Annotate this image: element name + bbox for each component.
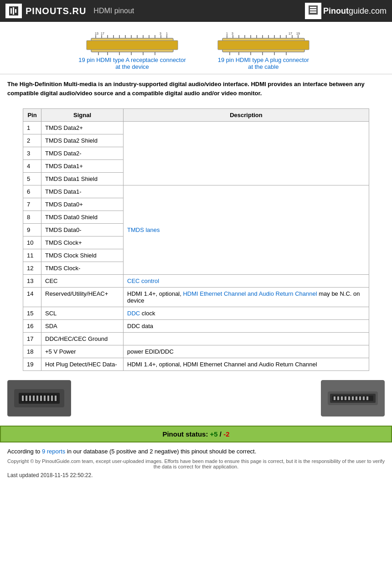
svg-rect-73	[44, 396, 46, 401]
svg-rect-87	[359, 396, 361, 400]
col-header-description: Description	[124, 109, 369, 122]
pin-table: Pin Signal Description 1 TMDS Data2+ 2 T…	[23, 108, 369, 371]
status-separator: /	[218, 430, 224, 438]
svg-text:3: 3	[232, 32, 233, 35]
pin-number: 10	[23, 237, 41, 249]
copyright-text: Copyright © by PinoutGuide.com team, exc…	[0, 457, 392, 471]
pin-signal: TMDS Clock-	[41, 262, 124, 275]
table-header-row: Pin Signal Description	[23, 109, 369, 122]
footer-note: According to 9 reports in our database (…	[0, 446, 392, 457]
header: PINOUTS.RU HDMI pinout Pinoutguide.com	[0, 0, 392, 22]
table-row: 15 SCL DDC clock	[23, 307, 369, 320]
status-bar: Pinout status: +5 / -2	[0, 426, 392, 442]
svg-text:17: 17	[101, 32, 104, 35]
pin-number: 18	[23, 345, 41, 358]
pin-number: 19	[23, 358, 41, 371]
pin-number: 1	[23, 122, 41, 134]
status-label-prefix: Pinout status:	[162, 430, 210, 438]
pin-signal: +5 V Power	[41, 345, 124, 358]
svg-text:19: 19	[296, 32, 300, 35]
pin-number: 15	[23, 307, 41, 320]
tmds-lanes-link[interactable]: TMDS lanes	[127, 226, 160, 233]
pin-number: 12	[23, 262, 41, 275]
site-logo-box[interactable]	[5, 4, 22, 18]
svg-rect-6	[310, 9, 316, 10]
svg-rect-37	[218, 41, 309, 50]
pin-signal: TMDS Data0-	[41, 224, 124, 237]
svg-rect-5	[310, 7, 316, 8]
hdmi-plug-illustration	[325, 385, 380, 412]
header-left: PINOUTS.RU HDMI pinout	[5, 4, 134, 18]
pin-signal: TMDS Data1-	[41, 185, 124, 198]
ddc-link[interactable]: DDC	[127, 310, 140, 317]
svg-rect-85	[352, 396, 354, 400]
svg-rect-71	[36, 396, 38, 401]
col-header-signal: Signal	[41, 109, 124, 122]
status-negative: -2	[223, 430, 229, 438]
pin-description: CEC control	[124, 275, 369, 288]
svg-rect-7	[310, 11, 316, 13]
pin-signal: TMDS Clock+	[41, 237, 124, 249]
last-updated-text: Last updated 2018-11-15 22:50:22.	[0, 471, 392, 479]
plug-connector-diagram: 1 3 17 19 2 4 18	[213, 29, 314, 57]
pin-signal: TMDS Clock Shield	[41, 249, 124, 262]
svg-text:1: 1	[166, 32, 168, 35]
table-row: 16 SDA DDC data	[23, 320, 369, 333]
pin-signal: SCL	[41, 307, 124, 320]
pin-signal: DDC/HEC/CEC Ground	[41, 333, 124, 345]
pin-number: 8	[23, 211, 41, 224]
table-row: 17 DDC/HEC/CEC Ground	[23, 333, 369, 345]
svg-rect-86	[356, 396, 357, 400]
plug-link[interactable]: 19 pin HDMI type A plug connectorat the …	[218, 57, 309, 70]
pinout-logo-box[interactable]	[305, 3, 321, 19]
pin-number: 3	[23, 147, 41, 160]
svg-text:17: 17	[289, 32, 292, 35]
hdmi-ethernet-channel-link[interactable]: HDMI Ethernet Channel and Audio Return C…	[183, 290, 317, 297]
pin-number: 4	[23, 160, 41, 173]
pin-signal: TMDS Data0 Shield	[41, 211, 124, 224]
table-row: 6 TMDS Data1- TMDS lanes	[23, 185, 369, 198]
pinoutguide-logo-icon	[308, 5, 319, 15]
svg-rect-69	[29, 396, 31, 401]
pin-number: 2	[23, 134, 41, 147]
pin-number: 14	[23, 288, 41, 307]
svg-rect-72	[40, 396, 42, 401]
table-row: 13 CEC CEC control	[23, 275, 369, 288]
hdmi-photo-left	[7, 380, 71, 416]
pin-table-container: Pin Signal Description 1 TMDS Data2+ 2 T…	[0, 108, 392, 371]
site-name[interactable]: PINOUTS.RU	[26, 6, 86, 16]
pin-signal: TMDS Data0+	[41, 198, 124, 211]
pin-signal: TMDS Data2 Shield	[41, 134, 124, 147]
col-header-pin: Pin	[23, 109, 41, 122]
svg-rect-83	[345, 396, 346, 400]
pin-description: TMDS lanes	[124, 185, 369, 275]
status-positive: +5	[210, 430, 218, 438]
svg-rect-76	[55, 396, 57, 401]
pin-signal: CEC	[41, 275, 124, 288]
svg-rect-82	[341, 396, 343, 400]
cec-control-link[interactable]: CEC control	[127, 278, 159, 284]
receptacle-connector-diagram: 13 17 3 1 18 4 2	[82, 29, 182, 57]
pin-signal: TMDS Data2+	[41, 122, 124, 134]
pin-signal: TMDS Data2-	[41, 147, 124, 160]
pin-description: HDMI 1.4+, optional, HDMI Ethernet Chann…	[124, 358, 369, 371]
svg-rect-81	[337, 396, 339, 400]
svg-rect-9	[87, 41, 178, 50]
pin-signal: TMDS Data1+	[41, 160, 124, 173]
svg-rect-74	[47, 396, 49, 401]
table-row: 18 +5 V Power power EDID/DDC	[23, 345, 369, 358]
header-right[interactable]: Pinoutguide.com	[305, 3, 387, 19]
connectors-area: 13 17 3 1 18 4 2 19 pin HDMI type A rece…	[0, 22, 392, 74]
reports-link[interactable]: 9 reports	[42, 448, 65, 455]
svg-rect-1	[10, 8, 12, 14]
pin-description: DDC clock	[124, 307, 369, 320]
table-row: 19 Hot Plug Detect/HEC Data- HDMI 1.4+, …	[23, 358, 369, 371]
bottom-images-area	[0, 371, 392, 426]
pin-description	[124, 333, 369, 345]
svg-rect-84	[348, 396, 350, 400]
svg-text:3: 3	[160, 32, 161, 35]
hdmi-port-illustration	[12, 385, 67, 412]
svg-rect-67	[22, 396, 24, 401]
hdmi-photo-right	[321, 380, 385, 416]
receptacle-link[interactable]: 19 pin HDMI type A receptacle connectora…	[78, 57, 186, 70]
